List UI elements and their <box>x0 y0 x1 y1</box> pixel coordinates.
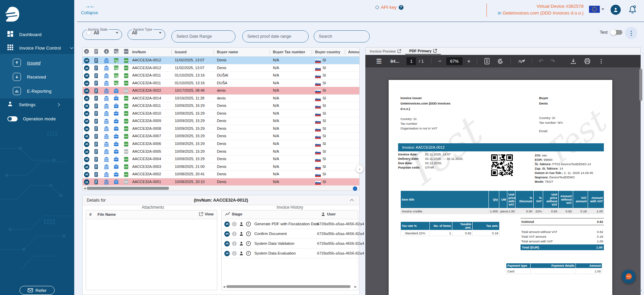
user-avatar-button[interactable] <box>611 5 621 15</box>
scroll-down-icon[interactable]: ▼ <box>639 289 642 292</box>
invoice-row[interactable]: 25PDFAACCE32A-000110/08/2025, 20:10Denis… <box>83 178 359 186</box>
sidebar-item-dashboard[interactable]: Dashboard <box>0 28 74 40</box>
undo-button[interactable]: ↶ <box>539 58 543 65</box>
search-input[interactable] <box>314 30 370 42</box>
info-icon[interactable] <box>232 241 237 247</box>
svg-text:PDF: PDF <box>124 67 128 69</box>
clock-icon[interactable] <box>246 231 251 238</box>
country-cell: SI <box>323 134 326 138</box>
table-menu-button[interactable]: ⋮ <box>625 27 637 39</box>
user-icon[interactable] <box>239 222 244 228</box>
history-horizontal-scrollbar[interactable]: ◀ ▶ <box>223 285 357 289</box>
history-row[interactable]: 20System Data Evaluation6739a95b-a5aa-46… <box>222 248 358 258</box>
date-range-field[interactable] <box>176 34 230 39</box>
invoice-row[interactable]: 45PDFAACCE32A-000810/09/2025, 15:29Denis… <box>83 125 359 133</box>
proof-date-range-input[interactable] <box>242 30 309 42</box>
zoom-out-button[interactable]: − <box>438 58 442 65</box>
notifications-button[interactable] <box>628 5 637 16</box>
chat-support-button[interactable] <box>622 270 636 284</box>
sidebar-item-operation-mode[interactable]: Operation mode <box>0 113 74 125</box>
page-number-input[interactable]: 1 <box>407 57 416 65</box>
date-range-input[interactable] <box>171 30 235 42</box>
status-badge: 25 <box>84 179 89 185</box>
history-row[interactable]: 45Generate PDF with Fiscalization Data67… <box>222 219 358 229</box>
clock-icon[interactable] <box>246 222 251 228</box>
invoice-row[interactable]: 45PDFAACCE32A-001211/02/2025, 13:07Denis… <box>83 64 359 72</box>
meta-label: Due date: <box>398 161 413 165</box>
scrollbar-thumb[interactable] <box>87 187 169 190</box>
test-mode-toggle[interactable] <box>611 30 622 35</box>
svg-text:PDF: PDF <box>124 166 128 168</box>
pdf-viewer[interactable]: Test Test Invoice issuer Geteinvoices.co… <box>365 67 641 295</box>
more-options-button[interactable]: ⋮ <box>598 58 604 64</box>
print-button[interactable] <box>584 58 590 64</box>
invoice-row[interactable]: 45PDFAACCE32A-001110/09/2025, 15:29Denis… <box>83 102 359 110</box>
sidebar-item-settings[interactable]: Settings <box>0 98 74 111</box>
invoice-row[interactable]: 45PDFAACCE32A-000410/09/2025, 15:29Denis… <box>83 155 359 163</box>
scroll-right-icon[interactable]: ▶ <box>355 285 357 288</box>
sidebar-item-received[interactable]: Received <box>0 71 74 83</box>
invoice-row[interactable]: 45PDFAACCE32A-001211/02/2025, 13:07Denis… <box>83 57 359 64</box>
invoice-row[interactable]: 45PDFAACCE32A-001010/09/2025, 15:29Denis… <box>83 110 359 118</box>
scrollbar-thumb[interactable] <box>226 285 351 288</box>
zoom-in-button[interactable]: + <box>467 58 471 65</box>
download-button[interactable] <box>570 58 576 64</box>
table-next-page-button[interactable]: › <box>356 165 363 173</box>
sidebar-item-e-reporting[interactable]: E-Reporting <box>0 85 74 97</box>
tab-invoice-preview[interactable]: Invoice Preview <box>366 48 405 55</box>
help-icon[interactable]: ? <box>399 5 403 10</box>
invoice-row[interactable]: 25PDFAACCE32A-002210/17/2025, 08:46denis… <box>83 87 359 95</box>
invoice-row[interactable]: 45PDFAACCE32A-000910/09/2025, 15:29Denis… <box>83 117 359 125</box>
invoice-type-filter[interactable]: Invoice Type All <box>128 28 165 40</box>
invoice-row[interactable]: 45PDFAACCE32A-001101/10/2025, 13:16DUŠAI… <box>83 72 359 80</box>
select-all-checkbox[interactable] <box>87 31 91 35</box>
table-scroll-right-button[interactable]: › <box>353 186 357 191</box>
doc-col-header: Item title <box>401 191 489 208</box>
search-field[interactable] <box>319 34 365 39</box>
clock-icon[interactable] <box>246 241 251 247</box>
table-horizontal-scrollbar[interactable]: ◀ <box>82 186 360 191</box>
invoice-row[interactable]: 45PDFAACCE32A-001410/16/2025, 11:28denis… <box>83 95 359 102</box>
language-selector[interactable] <box>589 6 604 13</box>
zoom-level-input[interactable]: 67% <box>446 57 463 65</box>
issued-cell: 10/08/2025, 21:00 <box>175 165 205 169</box>
slovenia-flag-icon <box>315 142 321 148</box>
clock-icon[interactable] <box>246 251 251 257</box>
info-icon[interactable] <box>232 231 237 238</box>
refer-button[interactable]: Refer <box>20 286 55 295</box>
history-row[interactable]: 25System Data Validation6739a95b-a5aa-46… <box>222 239 358 248</box>
info-icon[interactable] <box>232 222 237 228</box>
redo-button[interactable]: ↷ <box>550 58 555 65</box>
scroll-left-icon[interactable]: ◀ <box>84 187 86 190</box>
sidebar-toggle-icon[interactable]: ☰ <box>376 58 382 65</box>
invnum-cell: AACCE32A-0022 <box>132 88 161 92</box>
sidebar-item-issued[interactable]: Issued <box>0 57 74 69</box>
info-icon[interactable] <box>232 251 237 257</box>
rotate-page-button[interactable] <box>497 58 504 65</box>
sidebar-submenu: Issued Received E-Reporting <box>0 54 74 98</box>
operation-mode-toggle[interactable] <box>7 116 18 121</box>
invoice-row[interactable]: 45PDFAACCE32A-000210/08/2025, 20:41Denis… <box>83 171 359 178</box>
svg-text:PDF: PDF <box>124 136 128 138</box>
svg-text:PDF: PDF <box>124 51 128 53</box>
invoice-state-filter[interactable]: Invoice State All <box>82 28 122 40</box>
invoice-row[interactable]: 45PDFAACCE32A-000310/08/2025, 21:00Denis… <box>83 163 359 171</box>
api-key-control[interactable]: API key ? <box>375 5 403 10</box>
user-icon[interactable] <box>239 231 244 237</box>
user-icon[interactable] <box>239 251 244 257</box>
collapse-sidebar-button[interactable]: →← Collapse <box>81 3 98 15</box>
proof-date-field[interactable] <box>247 34 304 39</box>
tab-pdf-primary[interactable]: PDF Primary <box>405 48 441 55</box>
invoice-row[interactable]: 45PDFAACCE32A-000710/09/2025, 15:29Denis… <box>83 132 359 140</box>
draw-annotation-button[interactable] <box>518 59 525 64</box>
invoice-row[interactable]: 45PDFAACCE32A-000610/09/2025, 15:29Denis… <box>83 140 359 148</box>
fit-to-page-button[interactable] <box>484 58 489 64</box>
scroll-left-icon[interactable]: ◀ <box>223 285 225 288</box>
sidebar-item-invoice-flow-control[interactable]: Invoice Flow Control <box>0 42 74 54</box>
invoice-row[interactable]: 25PDFAACCE32A-000510/09/2025, 15:29Denis… <box>83 148 359 156</box>
svg-text:PDF: PDF <box>124 143 128 145</box>
invoice-row[interactable]: 45PDFAACCE32A-001101/10/2025, 13:16DUŠAN… <box>83 80 359 87</box>
history-row[interactable]: 35Confirm Document6739a95b-a5aa-4656-82a… <box>222 229 358 239</box>
pdf-vertical-scrollbar[interactable] <box>639 69 642 101</box>
user-icon[interactable] <box>239 241 244 247</box>
